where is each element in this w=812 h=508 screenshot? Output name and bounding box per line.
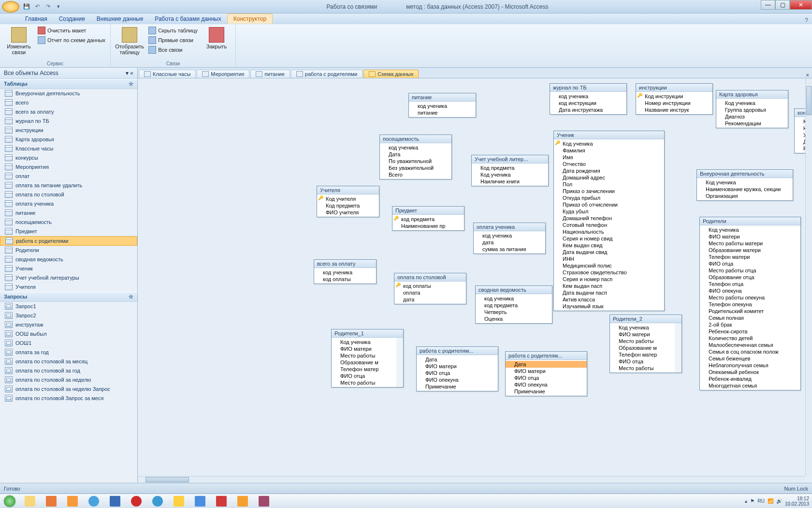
table-field[interactable]: Код ученика [332,339,396,345]
tray-flag-icon[interactable]: ⚑ [750,498,754,504]
table-field[interactable]: Место работы опекуна [700,294,800,301]
table-field[interactable]: ФИО отца [417,370,498,376]
table-field[interactable]: Место работы матери [700,240,800,247]
table-field[interactable]: ФИО матери [417,363,498,370]
nav-section-queries[interactable]: Запросы☆ [0,292,137,302]
table-field[interactable]: код ученика [314,269,376,276]
table-field[interactable]: Ребенок-сирота [700,328,800,335]
nav-table-item[interactable]: оплата за питание удалить [0,181,137,190]
table-field[interactable]: ИНН [554,255,664,262]
nav-query-item[interactable]: ООШ1 [0,339,137,348]
table-field[interactable]: Кем выдан свид [554,242,664,249]
doc-tab[interactable]: Классные часы [139,70,196,78]
table-field[interactable]: ФИО учителя [317,209,379,216]
table-field[interactable]: код предмета [476,302,552,309]
direct-relations-button[interactable]: Прямые связи [147,36,199,45]
table-field[interactable]: Кем выдан пасп [554,283,664,289]
table-field[interactable]: 2-ой брак [700,321,800,328]
table-box-svodnaya[interactable]: сводная ведомостькод ученикакод предмета… [475,285,552,324]
table-field[interactable]: Наименование кружка, секции [697,186,793,193]
nav-query-item[interactable]: оплата по столовой за неделю [0,375,137,385]
table-box-title[interactable]: всего за оплату [314,260,376,268]
all-relations-button[interactable]: Все связи [147,45,199,54]
table-box-title[interactable]: оплата по столовой [394,273,466,282]
task-player[interactable] [62,494,83,508]
task-media[interactable] [41,494,61,508]
tab-design[interactable]: Конструктор [227,14,273,24]
table-field[interactable]: Четверть [476,309,552,315]
table-box-uchet[interactable]: Учет учебной литер...Код предметаКод уче… [471,155,549,186]
close-relations-button[interactable]: Закрыть [202,26,232,49]
table-field[interactable]: Место работы отца [700,267,800,274]
table-field[interactable]: Приказ об отчислении [554,201,664,208]
nav-query-item[interactable]: оплата по столовой за месяц [0,357,137,366]
table-field[interactable]: дата [394,296,466,303]
table-field[interactable]: Место работы [610,365,675,372]
nav-table-item[interactable]: питание [0,209,137,218]
table-field[interactable]: Дата рождения [554,167,664,174]
table-field[interactable]: Дата выдачи свид [554,249,664,255]
table-field[interactable]: код оплаты [314,276,376,283]
maximize-button[interactable]: ▢ [775,0,790,10]
tray-network-icon[interactable]: 📶 [768,498,773,504]
clear-layout-button[interactable]: Очистить макет [37,26,106,35]
save-icon[interactable]: 💾 [22,2,31,11]
table-box-title[interactable]: оплата ученика [474,223,545,231]
table-field[interactable]: код ученика [474,232,545,239]
table-field[interactable]: Код предмета [472,164,548,171]
table-box-vsego_oplatu[interactable]: всего за оплатукод ученикакод оплаты [314,259,377,284]
table-box-title[interactable]: Родители [700,217,800,225]
nav-table-item[interactable]: сводная ведомость [0,255,137,264]
table-box-predmet[interactable]: Предметкод предметаНаименование пр [392,206,464,231]
table-box-oplata_uch[interactable]: оплата ученикакод ученикадатасумма за пи… [473,223,546,254]
table-field[interactable]: Телефон матер [610,351,675,358]
table-field[interactable]: Дата инструктажа [550,106,626,113]
table-field[interactable]: Место работы [610,338,675,344]
start-button[interactable] [0,494,19,508]
table-field[interactable]: Образование м [332,359,396,366]
table-field[interactable]: Дата [506,361,587,368]
table-field[interactable]: Код ученика [554,140,664,147]
table-field[interactable]: код ученика [476,295,552,302]
table-field[interactable]: Медицинский полис [554,262,664,269]
table-field[interactable]: ФИО отца [506,374,587,381]
table-field[interactable]: Наименование пр [392,223,464,229]
nav-table-item[interactable]: Предмет [0,227,137,236]
doc-tab[interactable]: питание [250,70,290,78]
table-field[interactable]: По уважительной [380,158,451,164]
nav-table-item[interactable]: оплата по столовой [0,190,137,199]
table-field[interactable]: Семья беженцев [700,355,800,362]
task-opera[interactable] [126,494,146,508]
table-field[interactable]: Код ученика [697,179,793,186]
tab-home[interactable]: Главная [19,14,53,24]
table-field[interactable]: питание [409,109,476,116]
table-field[interactable]: Отчество [554,161,664,167]
nav-table-item[interactable]: конкурсы [0,153,137,163]
nav-table-item[interactable]: посещаемость [0,218,137,227]
horizontal-scrollbar[interactable] [138,476,805,483]
system-tray[interactable]: ▴ ⚑ RU 📶 🔊 18:12 10.02.2013 [742,496,812,507]
nav-query-item[interactable]: оплата по столовой за неделю Запрос [0,385,137,394]
table-box-uchitelya[interactable]: УчителяКод учителяКод предметаФИО учител… [317,186,379,217]
table-box-title[interactable]: работа с родителям... [506,352,587,360]
nav-query-item[interactable]: оплата по столовой Запрос за меся [0,394,137,403]
nav-query-item[interactable]: оплата за год [0,348,137,357]
table-box-title[interactable]: журнал по ТБ [550,84,626,92]
task-at[interactable] [232,494,253,508]
table-field[interactable]: Фамилия [554,147,664,154]
nav-query-item[interactable]: инструктаж [0,320,137,329]
vertical-scrollbar[interactable] [805,78,812,476]
table-field[interactable]: ФИО отца [700,260,800,267]
nav-table-item[interactable]: оплат [0,172,137,181]
task-rambler[interactable] [211,494,232,508]
table-field[interactable]: код ученика [409,103,476,109]
redo-icon[interactable]: ↷ [44,2,52,11]
table-box-title[interactable]: посещаемость [380,135,451,143]
table-field[interactable]: Рекомендации [716,120,788,127]
table-field[interactable]: Номер инструкции [636,100,712,106]
box-scrollbar[interactable] [396,338,403,387]
table-field[interactable]: Место работы [332,352,396,359]
table-field[interactable]: Актив класса [554,296,664,303]
table-field[interactable]: Код ученика [472,171,548,178]
table-box-rabota1[interactable]: работа с родителям...ДатаФИО материФИО о… [416,346,498,391]
